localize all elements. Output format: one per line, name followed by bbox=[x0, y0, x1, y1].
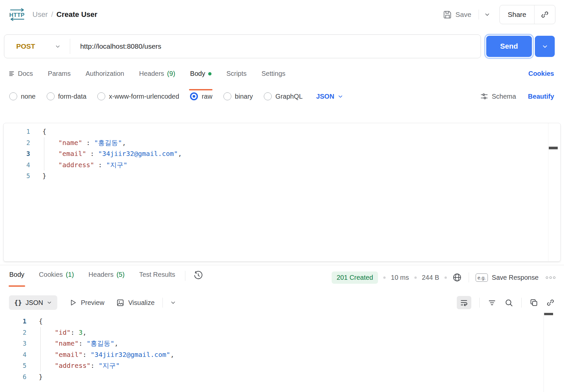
url-input[interactable]: http://localhost:8080/users bbox=[80, 42, 161, 50]
radio-circle[interactable] bbox=[9, 92, 17, 100]
code-line[interactable]: 3 "name": "홍길동", bbox=[0, 338, 564, 349]
tab-label: Headers bbox=[88, 271, 114, 278]
radio-raw[interactable]: raw bbox=[190, 92, 212, 100]
response-size[interactable]: 244 B bbox=[422, 274, 439, 281]
tab-body[interactable]: Body bbox=[190, 67, 212, 90]
tab-docs[interactable]: Docs bbox=[9, 67, 33, 90]
code-token: : bbox=[70, 328, 78, 336]
radio-circle[interactable] bbox=[47, 92, 55, 100]
network-globe-icon[interactable] bbox=[452, 272, 462, 282]
code-token: "name" bbox=[58, 139, 82, 147]
status-badge[interactable]: 201 Created bbox=[332, 271, 378, 284]
divider bbox=[185, 271, 185, 281]
language-selector[interactable]: JSON bbox=[316, 93, 343, 100]
tab-settings[interactable]: Settings bbox=[261, 67, 285, 90]
divider bbox=[521, 298, 522, 308]
method-chevron-icon[interactable] bbox=[55, 44, 61, 49]
share-button[interactable]: Share bbox=[500, 11, 534, 19]
code-line[interactable]: 2 "name" : "홍길동", bbox=[4, 137, 560, 149]
response-format-selector[interactable]: {} JSON bbox=[9, 295, 57, 310]
code-line[interactable]: 4 "email": "34jiir32@gmail.com", bbox=[0, 349, 564, 361]
save-response-button[interactable]: e.g. Save Response bbox=[476, 273, 539, 282]
tab-label: Docs bbox=[18, 70, 33, 77]
code-token: : bbox=[91, 362, 99, 369]
code-token: , bbox=[178, 150, 182, 158]
visualize-button[interactable]: Visualize bbox=[116, 299, 155, 307]
code-token: 3 bbox=[78, 328, 82, 336]
code-token bbox=[39, 351, 55, 359]
response-time[interactable]: 10 ms bbox=[391, 274, 409, 281]
tab-scripts[interactable]: Scripts bbox=[226, 67, 247, 90]
code-token: "address" bbox=[55, 362, 90, 369]
preview-label: Preview bbox=[81, 299, 104, 307]
radio-circle[interactable] bbox=[97, 92, 105, 100]
send-options-button[interactable] bbox=[535, 36, 555, 57]
cookies-link[interactable]: Cookies bbox=[528, 67, 554, 90]
code-line[interactable]: 5} bbox=[4, 171, 560, 182]
response-toolbar: {} JSON Preview Visualize bbox=[9, 294, 555, 311]
code-line[interactable]: 2 "id": 3, bbox=[0, 327, 564, 338]
line-number: 6 bbox=[0, 371, 26, 383]
radio-form-data[interactable]: form-data bbox=[47, 92, 87, 100]
tab-label: Cookies bbox=[39, 271, 63, 278]
code-line[interactable]: 3 "email" : "34jiir32@gmail.com", bbox=[4, 148, 560, 160]
send-button[interactable]: Send bbox=[486, 36, 532, 57]
beautify-button[interactable]: Beautify bbox=[528, 93, 554, 100]
response-tab-headers[interactable]: Headers (5) bbox=[88, 268, 124, 287]
code-token: } bbox=[42, 172, 46, 180]
code-line[interactable]: 1{ bbox=[4, 126, 560, 137]
divider bbox=[163, 298, 163, 308]
schema-button[interactable]: Schema bbox=[480, 92, 516, 101]
share-group: Share bbox=[499, 5, 555, 24]
code-token: : bbox=[86, 150, 98, 158]
radio-circle-selected[interactable] bbox=[190, 92, 198, 100]
code-line[interactable]: 4 "address" : "지구" bbox=[4, 160, 560, 171]
tab-label: Body bbox=[9, 271, 24, 278]
history-icon[interactable] bbox=[193, 268, 203, 287]
search-icon[interactable] bbox=[504, 298, 513, 307]
editor-scrollbar[interactable] bbox=[548, 123, 560, 261]
chevron-down-icon[interactable] bbox=[170, 300, 176, 306]
copy-link-icon[interactable] bbox=[535, 10, 555, 19]
breadcrumb-parent[interactable]: User bbox=[32, 10, 48, 19]
scrollbar-thumb[interactable] bbox=[544, 313, 553, 315]
radio-none[interactable]: none bbox=[9, 92, 36, 100]
code-line[interactable]: 1{ bbox=[0, 316, 564, 327]
url-container: POST http://localhost:8080/users bbox=[4, 34, 481, 58]
radio-label: binary bbox=[235, 93, 253, 100]
tab-params[interactable]: Params bbox=[48, 67, 71, 90]
scrollbar-thumb[interactable] bbox=[549, 147, 558, 149]
response-scrollbar[interactable] bbox=[543, 313, 564, 392]
link-icon[interactable] bbox=[546, 298, 555, 307]
tab-label: Settings bbox=[261, 70, 285, 77]
code-token: "address" bbox=[58, 161, 94, 169]
request-body-editor[interactable]: 1{2 "name" : "홍길동",3 "email" : "34jiir32… bbox=[3, 123, 561, 262]
radio-circle[interactable] bbox=[223, 92, 231, 100]
code-token: : bbox=[82, 351, 90, 359]
response-tab-test-results[interactable]: Test Results bbox=[139, 268, 175, 287]
save-button[interactable]: Save bbox=[443, 10, 471, 19]
radio-circle[interactable] bbox=[264, 92, 272, 100]
code-line[interactable]: 6} bbox=[0, 371, 564, 383]
save-options-chevron-icon[interactable] bbox=[484, 12, 490, 18]
radio-binary[interactable]: binary bbox=[223, 92, 253, 100]
response-body-viewer[interactable]: 1{2 "id": 3,3 "name": "홍길동",4 "email": "… bbox=[0, 313, 564, 392]
tab-authorization[interactable]: Authorization bbox=[85, 67, 124, 90]
response-tab-body[interactable]: Body bbox=[9, 268, 24, 287]
response-tab-cookies[interactable]: Cookies (1) bbox=[39, 268, 74, 287]
radio-x-www-form-urlencoded[interactable]: x-www-form-urlencoded bbox=[97, 92, 179, 100]
code-line[interactable]: 5 "address": "지구" bbox=[0, 360, 564, 371]
more-options-icon[interactable] bbox=[546, 276, 555, 279]
code-token: } bbox=[39, 373, 43, 381]
wrap-text-button[interactable] bbox=[457, 296, 471, 309]
code-token bbox=[42, 161, 58, 169]
code-token: { bbox=[42, 127, 46, 135]
tab-headers[interactable]: Headers (9) bbox=[139, 67, 175, 90]
format-filter-icon[interactable] bbox=[488, 298, 496, 307]
line-number: 2 bbox=[0, 327, 26, 338]
method-selector[interactable]: POST bbox=[16, 42, 35, 50]
copy-icon[interactable] bbox=[530, 298, 538, 307]
breadcrumb-current[interactable]: Create User bbox=[57, 10, 98, 19]
radio-graphql[interactable]: GraphQL bbox=[264, 92, 303, 100]
preview-button[interactable]: Preview bbox=[69, 299, 104, 307]
